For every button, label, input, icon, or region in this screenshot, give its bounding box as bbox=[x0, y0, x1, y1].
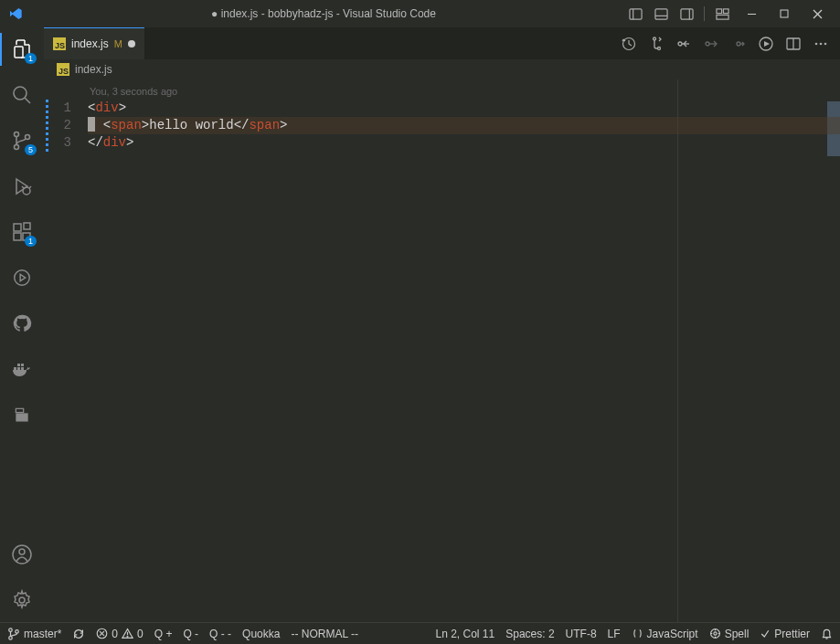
svg-point-59 bbox=[127, 636, 128, 637]
svg-rect-32 bbox=[17, 364, 20, 366]
svg-point-54 bbox=[16, 629, 19, 633]
status-spell[interactable]: Spell bbox=[709, 628, 750, 640]
layout-sidebar-left-icon[interactable] bbox=[623, 3, 647, 25]
status-problems[interactable]: 0 0 bbox=[96, 628, 143, 640]
svg-rect-13 bbox=[15, 47, 23, 58]
minimize-button[interactable] bbox=[736, 3, 767, 25]
window-title: ● index.js - bobbyhadz-js - Visual Studi… bbox=[24, 7, 623, 20]
timeline-icon[interactable] bbox=[619, 34, 639, 54]
activity-run-debug[interactable] bbox=[0, 170, 44, 203]
status-notifications[interactable] bbox=[821, 628, 833, 639]
status-quokka-plus[interactable]: Q + bbox=[154, 628, 173, 640]
svg-rect-29 bbox=[14, 367, 16, 370]
svg-rect-7 bbox=[723, 8, 728, 13]
tab-index-js[interactable]: JS index.js M bbox=[44, 27, 144, 59]
activity-accounts[interactable] bbox=[0, 538, 44, 571]
next-change-icon[interactable] bbox=[701, 34, 721, 54]
svg-rect-8 bbox=[716, 15, 728, 19]
svg-rect-31 bbox=[21, 367, 24, 370]
svg-point-41 bbox=[658, 47, 661, 49]
status-vim-mode[interactable]: -- NORMAL -- bbox=[291, 628, 358, 640]
activity-github[interactable] bbox=[0, 307, 44, 340]
status-prettier[interactable]: Prettier bbox=[760, 628, 810, 640]
status-bar: master* 0 0 Q + Q - Q - - Quokka -- NORM… bbox=[0, 622, 840, 644]
prev-change-icon[interactable] bbox=[674, 34, 694, 54]
svg-rect-24 bbox=[14, 233, 21, 240]
activity-explorer[interactable]: 1 bbox=[0, 33, 44, 66]
gutter-modified-indicator bbox=[46, 100, 48, 152]
tab-dirty-icon bbox=[128, 40, 135, 48]
svg-point-14 bbox=[14, 87, 27, 100]
status-branch[interactable]: master* bbox=[7, 628, 61, 640]
svg-point-27 bbox=[15, 270, 30, 286]
svg-point-61 bbox=[714, 632, 717, 635]
svg-rect-23 bbox=[14, 224, 21, 231]
close-button[interactable] bbox=[802, 3, 833, 25]
more-actions-icon[interactable] bbox=[811, 34, 831, 54]
line-number-gutter: 1 2 3 bbox=[44, 79, 88, 622]
code-area[interactable]: You, 3 seconds ago <div> <span>hello wor… bbox=[88, 79, 840, 622]
vscode-logo-icon bbox=[7, 5, 24, 22]
title-text: index.js - bobbyhadz-js - Visual Studio … bbox=[221, 7, 436, 20]
svg-point-49 bbox=[815, 42, 818, 45]
codelens-author[interactable]: You, 3 seconds ago bbox=[88, 83, 840, 100]
svg-line-21 bbox=[22, 186, 24, 188]
tab-filename: index.js bbox=[71, 37, 109, 50]
revert-icon[interactable] bbox=[728, 34, 749, 54]
activity-settings[interactable] bbox=[0, 584, 44, 617]
activity-docker[interactable] bbox=[0, 353, 44, 385]
svg-rect-35 bbox=[16, 408, 23, 412]
svg-point-18 bbox=[26, 135, 30, 140]
svg-line-15 bbox=[25, 98, 30, 103]
layout-panel-icon[interactable] bbox=[649, 3, 673, 25]
status-language[interactable]: JavaScript bbox=[632, 628, 698, 640]
svg-point-16 bbox=[15, 132, 19, 137]
status-encoding[interactable]: UTF-8 bbox=[566, 628, 597, 640]
svg-rect-2 bbox=[654, 8, 666, 18]
activity-source-control[interactable]: 5 bbox=[0, 124, 44, 157]
code-editor[interactable]: 1 2 3 You, 3 seconds ago <div> <span>hel… bbox=[44, 79, 840, 622]
titlebar: ● index.js - bobbyhadz-js - Visual Studi… bbox=[0, 0, 840, 27]
diff-icon[interactable] bbox=[646, 34, 666, 54]
status-quokka-dashes[interactable]: Q - - bbox=[209, 628, 231, 640]
svg-line-22 bbox=[29, 186, 31, 188]
svg-rect-26 bbox=[24, 223, 30, 229]
activity-quokka[interactable] bbox=[0, 261, 44, 294]
activity-generic[interactable] bbox=[0, 398, 44, 431]
svg-rect-0 bbox=[629, 8, 641, 18]
activity-extensions[interactable]: 1 bbox=[0, 216, 44, 248]
activity-search[interactable] bbox=[0, 79, 44, 111]
code-line: </div> bbox=[88, 134, 840, 152]
js-file-icon: JS bbox=[57, 63, 69, 76]
svg-point-17 bbox=[15, 145, 19, 150]
status-sync[interactable] bbox=[72, 628, 85, 640]
svg-rect-33 bbox=[21, 364, 24, 366]
breadcrumb[interactable]: JS index.js bbox=[44, 59, 840, 79]
run-icon[interactable] bbox=[756, 34, 776, 54]
dirty-indicator: ● bbox=[211, 7, 218, 20]
svg-point-53 bbox=[9, 636, 13, 639]
svg-point-50 bbox=[820, 42, 823, 45]
js-file-icon: JS bbox=[53, 37, 66, 50]
svg-marker-46 bbox=[764, 41, 770, 47]
split-editor-icon[interactable] bbox=[783, 34, 803, 54]
code-line: <div> bbox=[88, 100, 840, 117]
svg-point-20 bbox=[23, 187, 30, 195]
cursor bbox=[88, 117, 95, 132]
status-indentation[interactable]: Spaces: 2 bbox=[505, 628, 554, 640]
svg-rect-6 bbox=[716, 8, 721, 13]
customize-layout-icon[interactable] bbox=[710, 3, 734, 25]
tab-modified-indicator: M bbox=[114, 38, 122, 49]
svg-point-38 bbox=[19, 597, 25, 603]
maximize-button[interactable] bbox=[769, 3, 800, 25]
svg-point-40 bbox=[654, 37, 656, 40]
status-quokka-label[interactable]: Quokka bbox=[242, 628, 280, 640]
status-eol[interactable]: LF bbox=[608, 628, 621, 640]
svg-rect-34 bbox=[16, 413, 27, 421]
status-quokka-minus[interactable]: Q - bbox=[183, 628, 198, 640]
layout-sidebar-right-icon[interactable] bbox=[675, 3, 698, 25]
status-cursor-position[interactable]: Ln 2, Col 11 bbox=[435, 628, 494, 640]
svg-point-42 bbox=[678, 42, 682, 46]
tabs-bar: JS index.js M bbox=[44, 27, 840, 59]
svg-point-44 bbox=[737, 42, 740, 46]
